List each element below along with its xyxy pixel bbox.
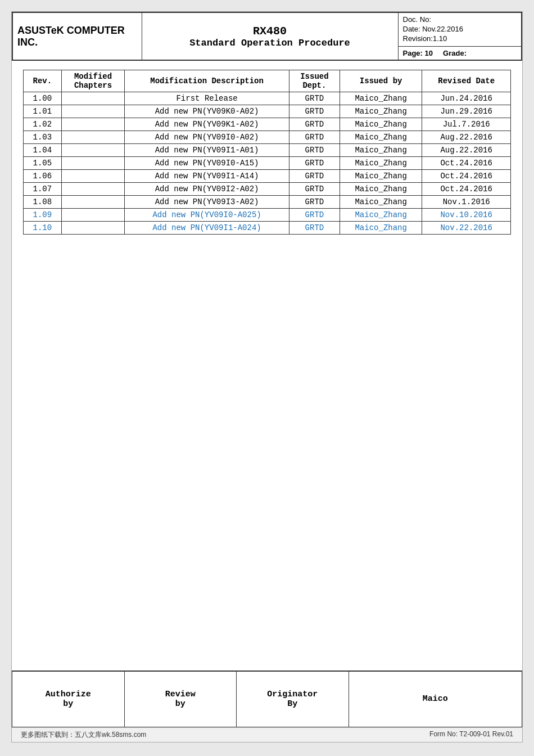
cell-date: Oct.24.2016 <box>422 170 511 183</box>
cell-date: Jul.7.2016 <box>422 118 511 131</box>
date-value: Nov.22.2016 <box>422 25 463 33</box>
table-row: 1.05 Add new PN(YV09I0-A15) GRTD Maico_Z… <box>24 157 511 170</box>
doc-subtitle: Standard Operation Procedure <box>147 38 393 48</box>
cell-issued-by: Maico_Zhang <box>340 209 422 222</box>
cell-issued-by: Maico_Zhang <box>340 131 422 144</box>
cell-issued-by: Maico_Zhang <box>340 118 422 131</box>
cell-dept: GRTD <box>289 209 340 222</box>
cell-rev: 1.08 <box>24 196 62 209</box>
cell-date: Aug.22.2016 <box>422 131 511 144</box>
cell-rev: 1.00 <box>24 92 62 105</box>
page-label: Page: <box>403 49 423 57</box>
cell-rev: 1.01 <box>24 105 62 118</box>
cell-desc: Add new PN(YV09I2-A02) <box>125 183 289 196</box>
cell-issued-by: Maico_Zhang <box>340 222 422 235</box>
date-label: Date: <box>403 25 420 33</box>
cell-date: Aug.22.2016 <box>422 144 511 157</box>
cell-rev: 1.07 <box>24 183 62 196</box>
table-row: 1.07 Add new PN(YV09I2-A02) GRTD Maico_Z… <box>24 183 511 196</box>
cell-chapters <box>61 183 125 196</box>
cell-date: Nov.1.2016 <box>422 196 511 209</box>
cell-rev: 1.10 <box>24 222 62 235</box>
cell-rev: 1.02 <box>24 118 62 131</box>
cell-rev: 1.05 <box>24 157 62 170</box>
col-date: Revised Date <box>422 70 511 92</box>
cell-issued-by: Maico_Zhang <box>340 183 422 196</box>
review-cell: Review by <box>124 671 237 727</box>
bottom-left: 更多图纸下载到：五八文库wk.58sms.com <box>21 730 146 740</box>
cell-desc: Add new PN(YV09K0-A02) <box>125 105 289 118</box>
table-row: 1.04 Add new PN(YV09I1-A01) GRTD Maico_Z… <box>24 144 511 157</box>
cell-dept: GRTD <box>289 196 340 209</box>
bottom-right: Form No: T2-009-01 Rev.01 <box>429 730 513 740</box>
cell-chapters <box>61 144 125 157</box>
header-info-cell: Doc. No: Date: Nov.22.2016 Revision:1.10 <box>398 12 522 47</box>
cell-date: Jun.24.2016 <box>422 92 511 105</box>
cell-dept: GRTD <box>289 170 340 183</box>
cell-rev: 1.04 <box>24 144 62 157</box>
page-grade-cell: Page: 10 Grade: <box>398 47 522 61</box>
cell-dept: GRTD <box>289 222 340 235</box>
cell-chapters <box>61 157 125 170</box>
revision-table: Rev. ModifiedChapters Modification Descr… <box>23 70 511 235</box>
cell-chapters <box>61 105 125 118</box>
cell-desc: Add new PN(YV09I1-A024) <box>125 222 289 235</box>
col-chapters: ModifiedChapters <box>61 70 125 92</box>
authorize-cell: Authorize by <box>12 671 125 727</box>
cell-issued-by: Maico_Zhang <box>340 92 422 105</box>
table-header-row: Rev. ModifiedChapters Modification Descr… <box>24 70 511 92</box>
header-table: ASUSTeK COMPUTER INC. RX480 Standard Ope… <box>12 12 522 61</box>
cell-date: Nov.22.2016 <box>422 222 511 235</box>
cell-dept: GRTD <box>289 118 340 131</box>
cell-chapters <box>61 131 125 144</box>
cell-date: Nov.10.2016 <box>422 209 511 222</box>
cell-issued-by: Maico_Zhang <box>340 105 422 118</box>
cell-desc: Add new PN(YV09I0-A025) <box>125 209 289 222</box>
cell-date: Jun.29.2016 <box>422 105 511 118</box>
revision-section: Rev. ModifiedChapters Modification Descr… <box>12 61 522 670</box>
table-row: 1.06 Add new PN(YV09I1-A14) GRTD Maico_Z… <box>24 170 511 183</box>
doc-no-label: Doc. No: <box>403 15 432 24</box>
col-dept: IssuedDept. <box>289 70 340 92</box>
doc-no: Doc. No: <box>403 15 517 24</box>
col-rev: Rev. <box>24 70 62 92</box>
table-row: 1.10 Add new PN(YV09I1-A024) GRTD Maico_… <box>24 222 511 235</box>
table-row: 1.02 Add new PN(YV09K1-A02) GRTD Maico_Z… <box>24 118 511 131</box>
cell-date: Oct.24.2016 <box>422 157 511 170</box>
cell-dept: GRTD <box>289 157 340 170</box>
cell-issued-by: Maico_Zhang <box>340 170 422 183</box>
cell-chapters <box>61 222 125 235</box>
revision-value: 1.10 <box>433 34 447 43</box>
footer-table: Authorize by Review by Originator By Mai… <box>12 670 522 728</box>
revision-line: Revision:1.10 <box>403 34 517 43</box>
cell-dept: GRTD <box>289 183 340 196</box>
cell-chapters <box>61 92 125 105</box>
cell-rev: 1.09 <box>24 209 62 222</box>
originator-value-cell: Maico <box>349 671 522 727</box>
cell-desc: First Release <box>125 92 289 105</box>
cell-desc: Add new PN(YV09I1-A14) <box>125 170 289 183</box>
cell-chapters <box>61 118 125 131</box>
bottom-bar: 更多图纸下载到：五八文库wk.58sms.com Form No: T2-009… <box>12 727 522 742</box>
product-name: RX480 <box>147 25 393 38</box>
cell-chapters <box>61 170 125 183</box>
table-row: 1.09 Add new PN(YV09I0-A025) GRTD Maico_… <box>24 209 511 222</box>
cell-issued-by: Maico_Zhang <box>340 144 422 157</box>
cell-chapters <box>61 209 125 222</box>
cell-rev: 1.06 <box>24 170 62 183</box>
table-row: 1.00 First Release GRTD Maico_Zhang Jun.… <box>24 92 511 105</box>
cell-desc: Add new PN(YV09I1-A01) <box>125 144 289 157</box>
cell-rev: 1.03 <box>24 131 62 144</box>
cell-date: Oct.24.2016 <box>422 183 511 196</box>
doc-title: RX480 Standard Operation Procedure <box>142 12 398 60</box>
cell-desc: Add new PN(YV09I0-A02) <box>125 131 289 144</box>
revision-label: Revision: <box>403 34 433 43</box>
originator-label-cell: Originator By <box>237 671 349 727</box>
cell-chapters <box>61 196 125 209</box>
company-name: ASUSTeK COMPUTER INC. <box>12 12 142 60</box>
cell-issued-by: Maico_Zhang <box>340 196 422 209</box>
table-row: 1.03 Add new PN(YV09I0-A02) GRTD Maico_Z… <box>24 131 511 144</box>
cell-desc: Add new PN(YV09K1-A02) <box>125 118 289 131</box>
table-row: 1.08 Add new PN(YV09I3-A02) GRTD Maico_Z… <box>24 196 511 209</box>
cell-dept: GRTD <box>289 131 340 144</box>
